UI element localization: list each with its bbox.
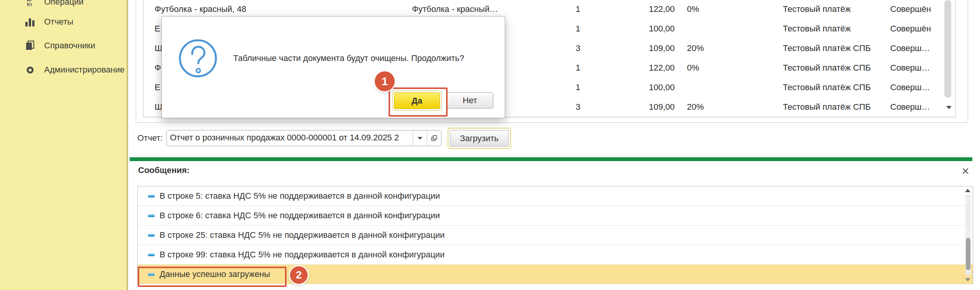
messages-title: Сообщения: <box>138 165 189 175</box>
cell-vat: 0% <box>687 0 733 19</box>
scroll-up-icon[interactable] <box>965 189 970 192</box>
load-button-focus-ring: Загрузить <box>448 128 511 149</box>
cell-vat: 20% <box>687 97 733 117</box>
table-scrollbar[interactable] <box>944 0 951 98</box>
cell-qty: 3 <box>542 97 580 117</box>
cell-qty: 1 <box>542 19 580 38</box>
report-value: Отчет о розничных продажах 0000-000001 о… <box>167 130 413 146</box>
cell-price: 100,00 <box>629 77 675 97</box>
message-text: В строке 5: ставка НДС 5% не поддерживае… <box>160 186 440 206</box>
cell-qty: 1 <box>542 58 580 77</box>
annotation-box-step2 <box>138 267 287 287</box>
report-dropdown-button[interactable] <box>413 130 427 146</box>
report-open-button[interactable] <box>427 130 441 146</box>
annotation-badge-step2: 2 <box>290 266 308 284</box>
cell-price: 109,00 <box>629 97 675 117</box>
cell-price: 122,00 <box>629 0 675 19</box>
green-separator <box>130 157 972 161</box>
table-scroll-down-icon[interactable] <box>946 106 952 109</box>
cell-vat: 20% <box>687 38 733 58</box>
sidebar-item-label: Администрирование <box>44 65 125 75</box>
close-icon[interactable]: × <box>959 164 972 177</box>
report-label: Отчет: <box>137 133 163 143</box>
question-icon <box>178 38 219 81</box>
cell-status: Соверш… <box>890 97 944 117</box>
debit-credit-icon: ДтКт <box>24 0 36 8</box>
sidebar: ДтКт Операции Отчеты Справочники <box>0 0 128 290</box>
sidebar-item-label: Отчеты <box>44 17 73 27</box>
load-button[interactable]: Загрузить <box>450 130 509 147</box>
cell-vat: 0% <box>687 58 733 77</box>
message-text: В строке 99: ставка НДС 5% не поддержива… <box>160 245 445 264</box>
gear-icon <box>24 64 36 76</box>
messages-scrollbar-thumb[interactable] <box>966 238 970 270</box>
cell-status: Совершён <box>890 19 944 38</box>
cell-payment: Тестовый платёж СПБ <box>783 58 883 77</box>
cell-payment: Тестовый платёж СПБ <box>783 77 883 97</box>
cell-payment: Тестовый платёж <box>783 19 883 38</box>
bar-chart-icon <box>24 16 36 28</box>
books-icon <box>24 40 36 52</box>
sidebar-item-label: Операции <box>44 0 84 7</box>
cell-status: Соверш… <box>890 58 944 77</box>
message-text: В строке 6: ставка НДС 5% не поддерживае… <box>160 206 440 225</box>
cell-qty: 1 <box>542 0 580 19</box>
cell-payment: Тестовый платёж СПБ <box>783 38 883 58</box>
no-button[interactable]: Нет <box>446 92 493 109</box>
cell-price: 100,00 <box>629 19 675 38</box>
message-row[interactable]: В строке 5: ставка НДС 5% не поддерживае… <box>138 186 973 206</box>
message-dash-icon <box>148 254 155 256</box>
message-dash-icon <box>148 214 155 217</box>
chevron-down-icon <box>418 137 422 140</box>
sidebar-item-catalogs[interactable]: Справочники <box>0 34 127 58</box>
message-dash-icon <box>148 234 155 237</box>
app-window: ДтКт Операции Отчеты Справочники <box>0 0 980 290</box>
message-dash-icon <box>148 195 155 198</box>
cell-status: Соверш… <box>890 38 944 58</box>
sidebar-item-label: Справочники <box>44 41 95 51</box>
cell-payment: Тестовый платёж <box>783 0 883 19</box>
confirm-dialog: Табличные части документа будут очищены.… <box>161 16 505 118</box>
message-row[interactable]: В строке 6: ставка НДС 5% не поддерживае… <box>138 206 973 226</box>
cell-price: 109,00 <box>629 38 675 58</box>
annotation-box-step1 <box>389 87 448 117</box>
cell-status: Совершён <box>890 0 944 19</box>
sidebar-item-reports[interactable]: Отчеты <box>0 10 127 34</box>
cell-price: 122,00 <box>629 58 675 77</box>
cell-qty: 3 <box>542 38 580 58</box>
report-combobox[interactable]: Отчет о розничных продажах 0000-000001 о… <box>166 130 441 146</box>
sidebar-item-administration[interactable]: Администрирование <box>0 58 127 82</box>
annotation-badge-step1: 1 <box>375 71 395 91</box>
message-row[interactable]: В строке 25: ставка НДС 5% не поддержива… <box>138 226 973 245</box>
cell-status: Соверш… <box>890 77 944 97</box>
scroll-down-icon[interactable] <box>965 278 970 282</box>
message-text: В строке 25: ставка НДС 5% не поддержива… <box>160 226 445 245</box>
cell-qty: 1 <box>542 77 580 97</box>
open-form-icon <box>430 134 438 142</box>
dialog-message: Табличные части документа будут очищены.… <box>233 53 464 63</box>
message-row[interactable]: В строке 99: ставка НДС 5% не поддержива… <box>138 245 973 265</box>
cell-payment: Тестовый платёж СПБ <box>783 97 883 117</box>
